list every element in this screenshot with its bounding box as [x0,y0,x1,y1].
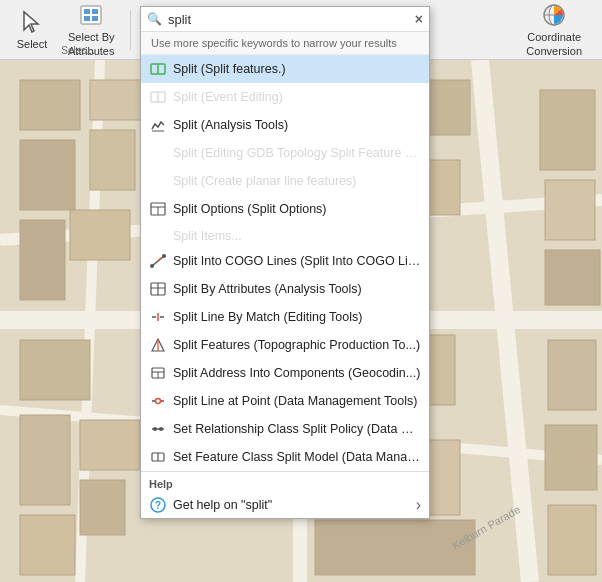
menu-item-split-address[interactable]: Split Address Into Components (Geocodin.… [141,359,429,387]
svg-rect-13 [70,210,130,260]
svg-rect-40 [92,16,98,21]
split-analysis-icon [149,116,167,134]
svg-point-53 [150,264,154,268]
split-cogo-icon [149,252,167,270]
menu-item-split-planar: Split (Create planar line features) [141,167,429,195]
split-gdb-icon [149,144,167,162]
search-icon: 🔍 [147,12,162,26]
select-section-label: Selec... [8,45,148,56]
search-input[interactable] [168,12,409,27]
svg-point-71 [159,427,163,431]
split-line-point-icon [149,392,167,410]
split-features-icon [149,60,167,78]
menu-item-split-features2-text: Split Features (Topographic Production T… [173,338,420,352]
menu-item-split-event: Split (Event Editing) [141,83,429,111]
menu-item-split-event-text: Split (Event Editing) [173,90,283,104]
split-items-header: Split Items... [141,223,429,247]
svg-marker-35 [24,12,38,32]
split-event-icon [149,88,167,106]
split-features2-icon [149,336,167,354]
search-dropdown: 🔍 × Use more specific keywords to narrow… [140,6,430,519]
separator-1 [130,10,131,50]
svg-rect-39 [84,16,90,21]
menu-item-split-planar-text: Split (Create planar line features) [173,174,356,188]
svg-text:?: ? [155,500,161,511]
split-by-attr-icon [149,280,167,298]
menu-items-list: Split (Split features.) Split (Event Edi… [141,55,429,471]
set-rel-class-icon [149,420,167,438]
help-arrow: › [416,496,421,514]
menu-item-set-rel-class-text: Set Relationship Class Split Policy (Dat… [173,422,421,436]
split-address-icon [149,364,167,382]
menu-item-split-by-attr-text: Split By Attributes (Analysis Tools) [173,282,362,296]
menu-item-split-gdb-text: Split (Editing GDB Topology Split Featur… [173,146,421,160]
get-help-item[interactable]: ? Get help on "split" › [141,492,429,518]
svg-rect-7 [20,80,80,130]
svg-rect-19 [540,90,595,170]
menu-item-split-gdb: Split (Editing GDB Topology Split Featur… [141,139,429,167]
menu-item-split-address-text: Split Address Into Components (Geocodin.… [173,366,420,380]
menu-item-split-line-match[interactable]: Split Line By Match (Editing Tools) [141,303,429,331]
menu-item-split-options[interactable]: Split Options (Split Options) [141,195,429,223]
svg-point-54 [162,254,166,258]
split-options-icon [149,200,167,218]
menu-item-split-features-text: Split (Split features.) [173,62,286,76]
help-section: Help ? Get help on "split" › [141,471,429,518]
select-icon [16,8,48,37]
split-planar-icon [149,172,167,190]
svg-rect-20 [545,180,595,240]
get-help-text: Get help on "split" [173,498,272,512]
menu-item-split-line-point-text: Split Line at Point (Data Management Too… [173,394,417,408]
select-by-attr-icon [75,1,107,29]
svg-point-68 [156,399,161,404]
set-feature-class-icon [149,448,167,466]
svg-rect-17 [80,480,125,535]
help-icon: ? [149,496,167,514]
menu-item-split-features[interactable]: Split (Split features.) [141,55,429,83]
menu-item-split-features2[interactable]: Split Features (Topographic Production T… [141,331,429,359]
menu-item-split-line-point[interactable]: Split Line at Point (Data Management Too… [141,387,429,415]
split-line-match-icon [149,308,167,326]
svg-rect-33 [315,520,475,575]
coordinate-conversion-icon [538,1,570,29]
menu-item-split-by-attr[interactable]: Split By Attributes (Analysis Tools) [141,275,429,303]
menu-item-split-cogo[interactable]: Split Into COGO Lines (Split Into COGO L… [141,247,429,275]
search-hint: Use more specific keywords to narrow you… [141,32,429,55]
split-items-icon [149,227,167,245]
split-items-text: Split Items... [173,229,242,243]
svg-rect-22 [548,340,596,410]
coordinate-conversion-label: CoordinateConversion [526,31,582,57]
menu-item-set-feature-class-text: Set Feature Class Split Model (Data Mana… [173,450,421,464]
svg-rect-37 [84,9,90,14]
svg-rect-9 [20,140,75,210]
svg-rect-21 [545,250,600,305]
svg-rect-15 [20,415,70,505]
svg-rect-16 [80,420,140,470]
svg-rect-36 [81,6,101,24]
menu-item-split-analysis-text: Split (Analysis Tools) [173,118,288,132]
svg-rect-18 [20,515,75,575]
menu-item-split-options-text: Split Options (Split Options) [173,202,327,216]
svg-rect-23 [545,425,597,490]
svg-rect-12 [20,220,65,300]
svg-rect-38 [92,9,98,14]
get-help-left: ? Get help on "split" [149,496,272,514]
svg-line-55 [158,258,161,261]
svg-rect-24 [548,505,596,575]
svg-point-70 [153,427,157,431]
menu-item-split-line-match-text: Split Line By Match (Editing Tools) [173,310,362,324]
menu-item-set-feature-class[interactable]: Set Feature Class Split Model (Data Mana… [141,443,429,471]
menu-item-split-cogo-text: Split Into COGO Lines (Split Into COGO L… [173,254,421,268]
coordinate-conversion-button[interactable]: CoordinateConversion [518,4,590,56]
svg-rect-10 [90,130,135,190]
menu-item-set-rel-class[interactable]: Set Relationship Class Split Policy (Dat… [141,415,429,443]
help-label: Help [141,474,429,492]
svg-rect-14 [20,340,90,400]
search-input-row: 🔍 × [141,7,429,32]
menu-item-split-analysis[interactable]: Split (Analysis Tools) [141,111,429,139]
search-clear-button[interactable]: × [415,11,423,27]
